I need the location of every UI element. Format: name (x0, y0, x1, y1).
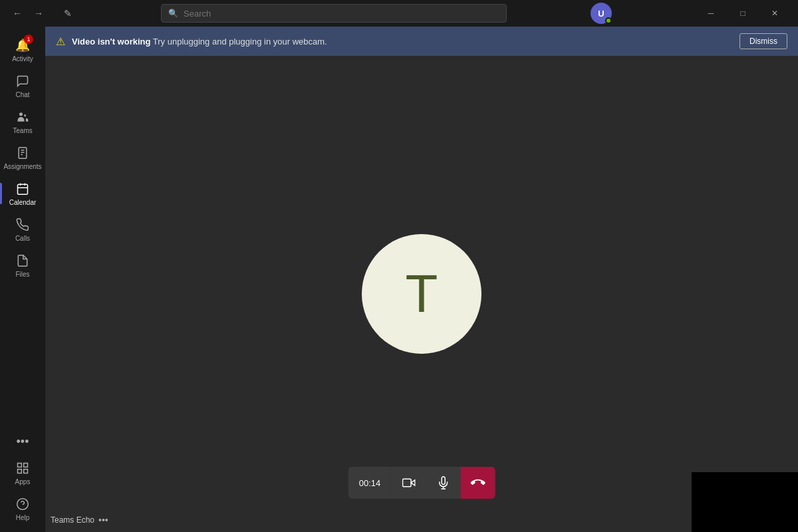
more-icon: ••• (15, 434, 31, 450)
compose-button[interactable]: ✎ (59, 4, 77, 23)
maximize-button[interactable]: □ (728, 3, 758, 24)
sidebar-label-help: Help (16, 514, 30, 521)
avatar-initial: U (598, 9, 604, 19)
mic-toggle-button[interactable] (426, 467, 460, 499)
sidebar-item-more[interactable]: ••• (0, 428, 45, 455)
sidebar-label-activity: Activity (12, 55, 33, 63)
sidebar-item-calls[interactable]: Calls (0, 211, 45, 247)
calls-icon (15, 217, 31, 233)
sidebar-label-calendar: Calendar (9, 199, 37, 206)
user-avatar[interactable]: U (591, 3, 612, 24)
activity-badge: 1 (24, 35, 33, 44)
sidebar-item-assignments[interactable]: Assignments (0, 140, 45, 176)
sidebar-label-files: Files (15, 271, 29, 278)
sidebar-item-teams[interactable]: Teams (0, 104, 45, 140)
video-toggle-button[interactable] (391, 467, 426, 499)
svg-marker-15 (411, 480, 415, 485)
sidebar-item-files[interactable]: Files (0, 247, 45, 283)
svg-rect-11 (18, 469, 22, 473)
sidebar-item-apps[interactable]: Apps (0, 455, 45, 491)
forward-button[interactable]: → (29, 4, 48, 23)
assignments-icon (15, 145, 31, 161)
warning-banner: ⚠ Video isn't working Try unplugging and… (45, 27, 798, 56)
svg-rect-10 (24, 464, 28, 467)
banner-bold: Video isn't working (72, 37, 150, 47)
self-preview-panel (692, 472, 798, 532)
close-button[interactable]: ✕ (759, 3, 790, 24)
banner-text: Video isn't working Try unplugging and p… (72, 37, 733, 47)
video-area: T 00:14 (45, 56, 798, 532)
sidebar-label-teams: Teams (13, 127, 32, 134)
call-options-button[interactable]: ••• (98, 515, 108, 525)
svg-rect-5 (18, 184, 28, 194)
call-name: Teams Echo (51, 515, 94, 525)
sidebar-label-assignments: Assignments (3, 163, 41, 170)
title-bar: ← → ✎ 🔍 U ─ □ ✕ (0, 0, 798, 27)
search-bar[interactable]: 🔍 (161, 4, 507, 23)
search-icon: 🔍 (168, 9, 178, 18)
apps-icon (15, 460, 31, 476)
dismiss-button[interactable]: Dismiss (739, 33, 787, 49)
warning-icon: ⚠ (56, 35, 65, 48)
participant-avatar: T (362, 234, 481, 354)
sidebar-label-chat: Chat (15, 91, 29, 98)
svg-rect-1 (19, 148, 27, 159)
sidebar-label-apps: Apps (15, 478, 31, 485)
svg-rect-16 (402, 479, 411, 487)
svg-point-13 (17, 499, 29, 510)
help-icon (15, 496, 31, 512)
end-call-button[interactable] (460, 467, 495, 499)
svg-rect-9 (18, 464, 22, 467)
main-layout: 🔔 1 Activity Chat Teams (0, 27, 798, 532)
svg-rect-12 (24, 469, 28, 473)
back-button[interactable]: ← (8, 4, 27, 23)
search-input[interactable] (184, 9, 499, 19)
sidebar-item-chat[interactable]: Chat (0, 68, 45, 104)
chat-icon (15, 73, 31, 89)
minimize-button[interactable]: ─ (696, 3, 726, 24)
activity-icon: 🔔 1 (15, 37, 31, 53)
sidebar-label-calls: Calls (15, 235, 30, 242)
sidebar-item-calendar[interactable]: Calendar (0, 176, 45, 211)
sidebar: 🔔 1 Activity Chat Teams (0, 27, 45, 532)
sidebar-item-help[interactable]: Help (0, 491, 45, 527)
call-participant-label: Teams Echo ••• (51, 515, 108, 525)
call-timer: 00:14 (348, 467, 392, 499)
files-icon (15, 253, 31, 269)
window-controls: ─ □ ✕ (696, 3, 790, 24)
avatar-status (605, 17, 612, 24)
sidebar-bottom: ••• Apps (0, 428, 45, 527)
teams-icon (15, 109, 31, 125)
avatar-letter: T (406, 263, 438, 325)
nav-buttons: ← → (8, 4, 48, 23)
calendar-icon (15, 181, 31, 197)
content-area: ⚠ Video isn't working Try unplugging and… (45, 27, 798, 532)
svg-point-0 (19, 112, 23, 116)
sidebar-item-activity[interactable]: 🔔 1 Activity (0, 32, 45, 68)
banner-rest: Try unplugging and plugging in your webc… (150, 37, 327, 47)
call-controls: 00:14 (348, 467, 495, 499)
